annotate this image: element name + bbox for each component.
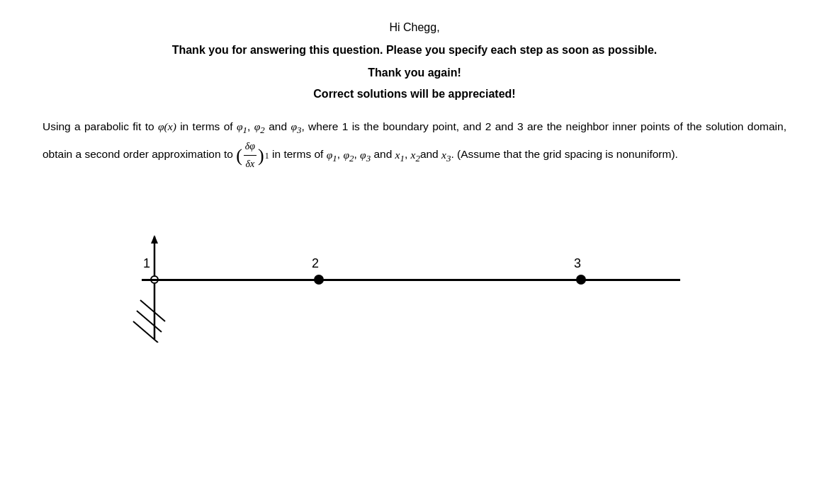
- derivative-expression: ( δφ δx ) 1: [236, 138, 269, 173]
- dot-3: [576, 275, 586, 285]
- x3: x3: [441, 149, 451, 161]
- right-paren: ): [258, 147, 264, 165]
- label-1: 1: [143, 256, 150, 271]
- svg-line-3: [137, 311, 162, 332]
- denominator: δx: [244, 156, 256, 173]
- horizontal-line: [142, 279, 680, 281]
- phi-x: φ(x): [158, 120, 176, 132]
- dot-2: [314, 275, 324, 285]
- x2: x2: [411, 149, 420, 161]
- diagram-container: 1 2 3: [99, 194, 701, 350]
- phi2b: φ2: [343, 149, 354, 161]
- thank-you-line: Thank you for answering this question. P…: [43, 42, 786, 58]
- phi3b: φ3: [360, 149, 371, 161]
- fraction: δφ δx: [244, 138, 256, 173]
- greeting: Hi Chegg,: [43, 21, 786, 34]
- label-3: 3: [574, 256, 581, 271]
- boundary-svg: [126, 229, 183, 343]
- phi1b: φ1: [327, 149, 337, 161]
- phi1: φ1: [237, 120, 247, 132]
- phi3: φ3: [291, 120, 301, 132]
- header-section: Hi Chegg, Thank you for answering this q…: [43, 21, 786, 101]
- svg-line-2: [140, 300, 165, 321]
- correct-solutions: Correct solutions will be appreciated!: [43, 88, 786, 101]
- subscript-1: 1: [265, 149, 269, 163]
- thank-you-again: Thank you again!: [43, 67, 786, 79]
- svg-marker-1: [151, 235, 158, 244]
- x1: x1: [395, 149, 405, 161]
- label-2: 2: [312, 256, 319, 271]
- numerator: δφ: [244, 138, 256, 156]
- problem-text: Using a parabolic fit to φ(x) in terms o…: [43, 118, 786, 173]
- left-paren: (: [236, 147, 242, 165]
- phi2: φ2: [254, 120, 265, 132]
